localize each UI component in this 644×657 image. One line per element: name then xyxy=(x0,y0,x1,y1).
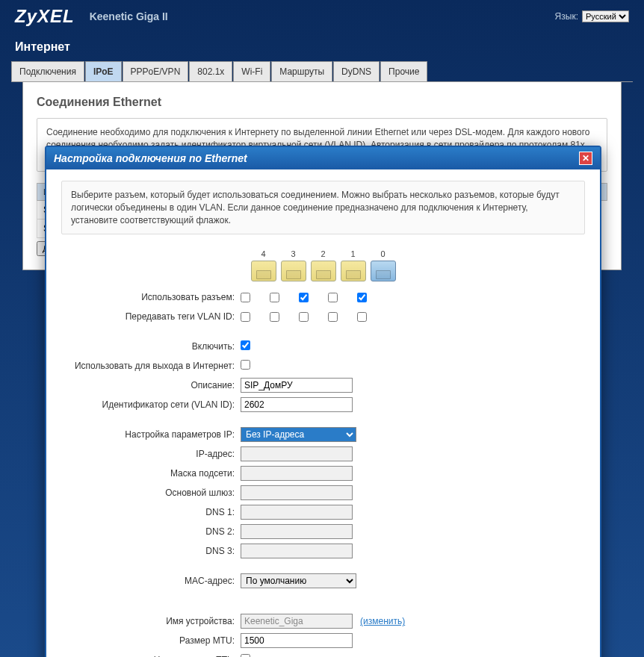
ethernet-port-icon xyxy=(251,261,276,281)
tab-wifi[interactable]: Wi-Fi xyxy=(233,61,270,81)
port-label: 1 xyxy=(350,249,355,258)
ethernet-port-icon xyxy=(311,261,336,281)
port-label: 4 xyxy=(261,249,265,258)
description-label: Описание: xyxy=(61,380,241,390)
use-port-4-checkbox[interactable] xyxy=(241,293,250,302)
vlanid-input[interactable] xyxy=(241,397,353,412)
vlan-tag-label: Передавать теги VLAN ID: xyxy=(61,311,241,322)
change-link[interactable]: (изменить) xyxy=(360,616,405,626)
ethernet-port-icon xyxy=(281,261,306,281)
dns3-label: DNS 3: xyxy=(61,546,241,556)
device-name-label: Имя устройства: xyxy=(61,616,241,626)
ethernet-config-modal: Настройка подключения по Ethernet ✕ Выбе… xyxy=(45,146,601,657)
vlan-tag-0-checkbox[interactable] xyxy=(357,312,367,322)
ports-diagram: 4 3 2 1 0 xyxy=(61,249,585,281)
modal-info: Выберите разъем, который будет использов… xyxy=(61,181,585,234)
ethernet-port-icon xyxy=(341,261,366,281)
tab-ipoe[interactable]: IPoE xyxy=(85,61,122,81)
gateway-label: Основной шлюз: xyxy=(61,488,241,498)
dns1-input xyxy=(241,505,353,520)
enable-label: Включить: xyxy=(61,341,241,352)
use-port-1-checkbox[interactable] xyxy=(328,293,338,302)
tab-8021x[interactable]: 802.1x xyxy=(189,61,232,81)
language-select[interactable]: Русский xyxy=(582,10,629,22)
mtu-input[interactable] xyxy=(241,633,353,648)
page-title: Интернет xyxy=(0,33,644,61)
port-label: 2 xyxy=(321,249,325,258)
dns2-input xyxy=(241,524,353,539)
use-port-label: Использовать разъем: xyxy=(61,292,241,302)
close-icon[interactable]: ✕ xyxy=(579,152,592,165)
use-port-0-checkbox[interactable] xyxy=(357,293,367,302)
mac-select[interactable]: По умолчанию xyxy=(241,573,356,588)
mtu-label: Размер MTU: xyxy=(61,635,241,646)
port-label: 0 xyxy=(380,249,385,258)
vlan-tag-2-checkbox[interactable] xyxy=(299,312,309,322)
port-label: 3 xyxy=(291,249,295,258)
brand-logo: ZyXEL xyxy=(15,6,75,27)
dns2-label: DNS 2: xyxy=(61,526,241,537)
tab-dydns[interactable]: DyDNS xyxy=(333,61,380,81)
panel-title: Соединения Ethernet xyxy=(37,96,607,109)
enable-checkbox[interactable] xyxy=(241,340,250,350)
model-name: Keenetic Giga II xyxy=(90,10,168,22)
tab-routes[interactable]: Маршруты xyxy=(271,61,332,81)
tab-other[interactable]: Прочие xyxy=(380,61,427,81)
modal-title: Настройка подключения по Ethernet xyxy=(54,152,247,164)
dns3-input xyxy=(241,544,353,558)
ethernet-port-icon xyxy=(371,261,396,281)
mask-input xyxy=(241,466,353,481)
use-port-2-checkbox[interactable] xyxy=(299,293,309,302)
ip-label: IP-адрес: xyxy=(61,449,241,459)
mask-label: Маска подсети: xyxy=(61,468,241,479)
gateway-input xyxy=(241,485,353,500)
vlan-tag-4-checkbox[interactable] xyxy=(241,312,250,322)
ip-setup-select[interactable]: Без IP-адреса xyxy=(241,427,356,442)
ttl-checkbox[interactable] xyxy=(241,654,250,657)
vlanid-label: Идентификатор сети (VLAN ID): xyxy=(61,399,241,410)
internet-checkbox[interactable] xyxy=(241,360,250,370)
dns1-label: DNS 1: xyxy=(61,507,241,517)
tab-pppoe-vpn[interactable]: PPPoE/VPN xyxy=(123,61,189,81)
tab-connections[interactable]: Подключения xyxy=(11,61,84,81)
device-name-input xyxy=(241,614,353,629)
description-input[interactable] xyxy=(241,378,353,393)
mac-label: MAC-адрес: xyxy=(61,576,241,586)
internet-label: Использовать для выхода в Интернет: xyxy=(61,361,241,371)
vlan-tag-3-checkbox[interactable] xyxy=(270,312,279,322)
ip-input xyxy=(241,446,353,461)
use-port-3-checkbox[interactable] xyxy=(270,293,279,302)
vlan-tag-1-checkbox[interactable] xyxy=(328,312,338,322)
tab-bar: Подключения IPoE PPPoE/VPN 802.1x Wi-Fi … xyxy=(11,61,633,82)
language-label: Язык: xyxy=(555,11,578,22)
ip-setup-label: Настройка параметров IP: xyxy=(61,429,241,440)
